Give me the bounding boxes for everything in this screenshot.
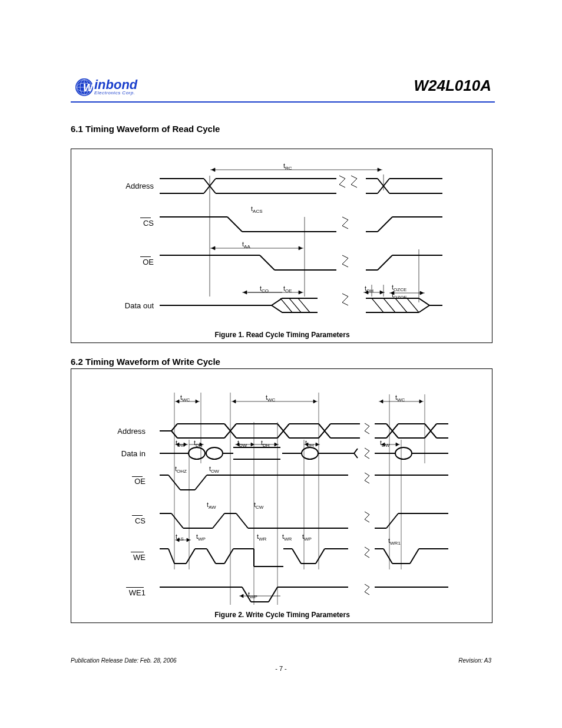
- t-dw3: tDW: [380, 439, 389, 448]
- t-wr1: tWR1: [388, 537, 401, 546]
- t-ohz: tOHZ: [175, 465, 187, 474]
- t-wc3: tWC: [395, 394, 405, 403]
- svg-point-71: [395, 447, 412, 459]
- logo-text: inbond: [94, 79, 137, 91]
- t-as: tAS: [176, 533, 184, 542]
- svg-line-96: [224, 549, 233, 564]
- signal-oe2: OE: [69, 477, 146, 486]
- svg-line-29: [378, 255, 392, 270]
- signal-oe: OE: [77, 258, 154, 266]
- overbar-icon: [132, 515, 143, 516]
- overbar-icon: [140, 256, 151, 257]
- t-wc: tWC: [180, 394, 190, 403]
- timing-diagram-read: Address CS OE Data out tRC tACS tAA tCO …: [71, 149, 492, 343]
- svg-line-90: [168, 549, 174, 564]
- t-co: tCO: [260, 285, 269, 294]
- svg-line-76: [195, 475, 207, 490]
- t-cw: tCW: [254, 501, 263, 510]
- svg-point-62: [189, 447, 205, 459]
- globe-icon: W: [75, 78, 93, 96]
- timing-diagram-write: Address Data in OE CS WE WE1 tWC tWC tWC…: [71, 368, 492, 623]
- overbar-icon: [131, 552, 144, 552]
- svg-point-63: [206, 447, 223, 459]
- footer-right: Revision: A3: [458, 657, 491, 664]
- part-number: W24L010A: [414, 77, 492, 95]
- overbar-icon: [126, 587, 144, 588]
- svg-line-84: [236, 513, 248, 528]
- svg-text:W: W: [83, 82, 93, 94]
- t-wp3: tWP: [248, 591, 257, 599]
- footer-left: Publication Release Date: Feb. 28, 2006: [71, 657, 177, 664]
- svg-line-20: [227, 217, 242, 232]
- svg-line-92: [186, 549, 195, 564]
- logo-sub: Electronics Corp.: [94, 90, 137, 95]
- section-title-read: 6.1 Timing Waveform of Read Cycle: [71, 124, 220, 134]
- signal-we1: WE1: [69, 588, 146, 597]
- t-aw: tAW: [207, 501, 216, 510]
- svg-line-106: [384, 549, 392, 564]
- signal-cs: CS: [77, 219, 154, 228]
- svg-line-101: [292, 549, 301, 564]
- svg-line-94: [207, 549, 216, 564]
- svg-line-26: [260, 255, 275, 270]
- t-dh3: tDH: [305, 439, 314, 448]
- t-wp2: tWP: [302, 533, 312, 542]
- t-wr: tWR: [257, 533, 266, 542]
- t-ow: tOW: [209, 465, 219, 474]
- svg-line-82: [213, 513, 224, 528]
- svg-line-108: [410, 549, 419, 564]
- signal-dataout: Data out: [77, 301, 154, 310]
- t-rc: tRC: [283, 162, 292, 171]
- figure2-caption: Figure 2. Write Cycle Timing Parameters: [135, 611, 429, 619]
- signal-we: WE: [69, 553, 146, 562]
- overbar-icon: [140, 218, 151, 218]
- signal-datain: Data in: [69, 449, 146, 458]
- svg-line-87: [386, 513, 398, 528]
- svg-line-80: [171, 513, 183, 528]
- overbar-icon: [132, 476, 143, 477]
- signal-cs2: CS: [69, 516, 146, 525]
- t-dw: tDW: [176, 439, 185, 448]
- figure1-caption: Figure 1. Read Cycle Timing Parameters: [135, 331, 429, 339]
- t-aa: tAA: [242, 241, 250, 249]
- svg-line-103: [316, 549, 325, 564]
- brand-logo: W inbond Electronics Corp.: [75, 78, 137, 96]
- t-wp: tWP: [196, 533, 206, 542]
- t-acs: tACS: [251, 205, 263, 214]
- section-title-write: 6.2 Timing Waveform of Write Cycle: [71, 357, 220, 367]
- signal-address2: Address: [69, 427, 146, 436]
- t-dw2: tDW: [237, 439, 247, 448]
- svg-line-23: [378, 217, 392, 232]
- t-dh: tDH: [194, 439, 203, 448]
- t-oe: tOE: [283, 285, 292, 294]
- t-oh: tOH: [365, 285, 373, 294]
- header-divider: [71, 101, 495, 103]
- t-ozoe: tOZOE: [392, 291, 407, 300]
- t-dh2: tDH: [261, 439, 270, 448]
- t-wr2: tWR: [282, 533, 292, 542]
- t-wc2: tWC: [266, 394, 275, 403]
- footer-center: - 7 -: [275, 665, 287, 672]
- svg-line-113: [269, 587, 277, 602]
- signal-address: Address: [77, 182, 154, 190]
